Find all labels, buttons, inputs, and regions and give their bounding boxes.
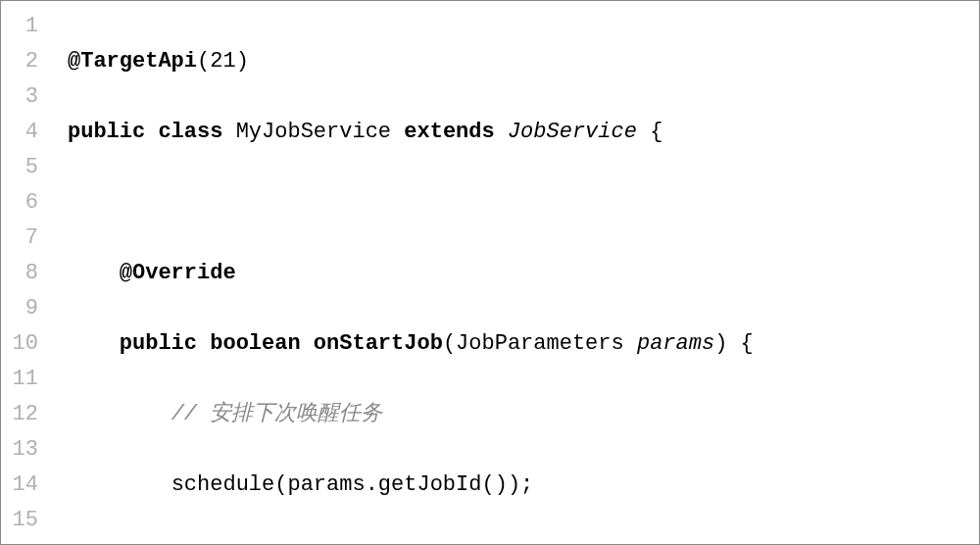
paren-open: ( [443,331,456,356]
annotation: @TargetApi [68,49,197,74]
paren-close-brace: ) { [714,331,754,356]
param-type: JobParameters [456,331,624,356]
code-line: return false; [68,538,754,545]
code-block: 1 2 3 4 5 6 7 8 9 10 11 12 13 14 15 @Tar… [9,9,971,545]
keyword-public: public [68,120,145,144]
method-name: onStartJob [314,331,443,356]
line-number: 2 [9,44,38,79]
number-literal: 21 [210,49,235,74]
keyword-public: public [120,331,197,356]
annotation: @Override [120,261,236,285]
code-line: @Override [68,256,754,291]
line-number: 3 [9,79,38,115]
line-number-gutter: 1 2 3 4 5 6 7 8 9 10 11 12 13 14 15 [9,9,68,545]
code-line: // 安排下次唤醒任务 [68,397,754,432]
paren-close: ) [236,49,249,74]
line-number: 11 [9,362,38,397]
line-number: 7 [9,221,38,256]
super-type: JobService [508,120,637,144]
class-name: MyJobService [236,120,391,144]
line-number: 14 [9,468,38,503]
keyword-boolean: boolean [210,331,300,356]
line-number: 1 [9,9,38,44]
line-number: 13 [9,432,38,468]
brace-open: { [637,120,662,144]
line-number: 15 [9,503,38,538]
line-number: 4 [9,115,38,150]
comment: // 安排下次唤醒任务 [172,402,383,426]
param-name: params [637,331,714,356]
keyword-class: class [158,120,222,144]
code-line [68,185,754,221]
keyword-extends: extends [404,120,494,144]
code-line: public boolean onStartJob(JobParameters … [68,326,754,362]
method-call: schedule(params.getJobId()); [172,472,534,497]
line-number: 6 [9,185,38,221]
code-line: public class MyJobService extends JobSer… [68,115,754,150]
code-line: @TargetApi(21) [68,44,754,79]
line-number: 9 [9,291,38,326]
code-line: schedule(params.getJobId()); [68,468,754,503]
paren-open: ( [197,49,210,74]
line-number: 12 [9,397,38,432]
line-number: 10 [9,326,38,362]
line-number: 5 [9,150,38,185]
code-content: @TargetApi(21) public class MyJobService… [68,9,754,545]
line-number: 8 [9,256,38,291]
